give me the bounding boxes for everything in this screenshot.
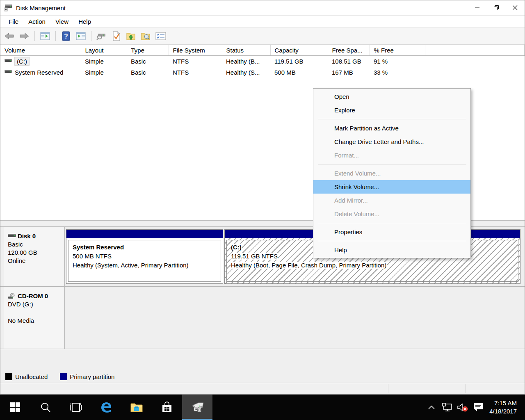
column-header-layout[interactable]: Layout [81,45,127,56]
tray-chevron-button[interactable] [425,395,438,420]
store-button[interactable] [152,395,182,420]
unallocated-swatch [5,373,12,380]
legend-label: Primary partition [70,373,114,380]
context-menu-open[interactable]: Open [313,90,470,103]
help-icon: ? [62,31,70,41]
cell-layout: Simple [81,67,127,78]
primary-partition-swatch [60,373,67,380]
column-header-status[interactable]: Status [222,45,270,56]
check-disk-button[interactable] [110,30,123,42]
volume-icon [5,70,12,75]
volume-name[interactable]: System Reserved [15,69,63,76]
edge-button[interactable] [91,395,121,420]
clock-date: 4/18/2017 [489,407,517,415]
show-console-tree-button[interactable] [39,30,52,42]
cdrom0-row: CD-ROM 0 DVD (G:) No Media [0,287,525,349]
task-view-button[interactable] [61,395,91,420]
partition-health: Healthy (System, Active, Primary Partiti… [72,262,189,269]
folder-search-icon [141,32,151,41]
column-header-capacity[interactable]: Capacity [270,45,328,56]
volume-icon [5,59,12,64]
disk0-status: Online [8,257,60,264]
cell-free-space: 167 MB [328,67,370,78]
restore-icon [494,5,499,11]
minimize-button[interactable] [468,1,487,15]
cell-file-system: NTFS [169,67,222,78]
column-header-pct-free[interactable]: % Free [370,45,425,56]
cdrom0-label-panel[interactable]: CD-ROM 0 DVD (G:) No Media [4,287,65,349]
titlebar: Disk Management [0,0,525,15]
column-header-free-space[interactable]: Free Spa... [328,45,370,56]
context-menu-properties[interactable]: Properties [313,225,470,239]
details-view-button[interactable] [154,30,167,42]
context-menu-change-drive-letter[interactable]: Change Drive Letter and Paths... [313,135,470,148]
menu-help[interactable]: Help [73,16,96,27]
folder-up-icon [126,32,136,41]
edge-icon [100,401,112,413]
column-header-type[interactable]: Type [127,45,169,56]
cell-capacity: 119.51 GB [270,56,328,67]
context-menu-separator [318,164,466,164]
folder-up-button[interactable] [125,30,138,42]
forward-arrow-icon [19,32,29,40]
cell-pct-free: 33 % [370,67,425,78]
check-document-icon [112,31,121,41]
column-header-file-system[interactable]: File System [169,45,222,56]
tray-volume-button[interactable] [456,395,470,420]
clock-time: 7:15 AM [489,399,517,407]
speaker-muted-icon [457,402,468,412]
search-button[interactable] [30,395,61,420]
svg-text:?: ? [64,33,68,40]
column-header-volume[interactable]: Volume [0,45,81,56]
context-menu-mark-partition-active[interactable]: Mark Partition as Active [313,121,470,135]
context-menu-explore[interactable]: Explore [313,103,470,117]
partition-size: 500 MB NTFS [72,253,112,260]
show-action-pane-button[interactable] [74,30,87,42]
restore-button[interactable] [487,1,506,15]
disk-management-taskbar-button[interactable] [182,395,212,420]
start-button[interactable] [0,395,30,420]
cell-capacity: 500 MB [270,67,328,78]
action-center-icon [473,402,484,412]
disk-rescan-icon [96,32,107,40]
tray-network-button[interactable] [440,395,454,420]
cell-pct-free: 91 % [370,56,425,67]
volume-name[interactable]: (C:) [15,57,29,65]
taskbar-clock[interactable]: 7:15 AM 4/18/2017 [487,399,521,415]
desktop-screen: Disk Management File Action View [0,0,525,420]
store-icon [161,402,173,413]
close-button[interactable] [506,1,525,15]
disk0-type: Basic [8,241,60,248]
disk-management-icon [190,401,204,413]
context-menu-shrink-volume[interactable]: Shrink Volume... [313,180,470,194]
menu-action[interactable]: Action [23,16,50,27]
legend: Unallocated Primary partition [0,370,525,383]
disk0-label-panel[interactable]: Disk 0 Basic 120.00 GB Online [4,227,65,286]
menu-view[interactable]: View [50,16,73,27]
cell-layout: Simple [81,56,127,67]
menu-file[interactable]: File [4,16,23,27]
context-menu-separator [318,223,466,223]
forward-button[interactable] [18,30,31,42]
menubar: File Action View Help [0,15,525,27]
toolbar-separator [55,31,56,41]
diskview-empty-space [0,349,525,370]
cell-status: Healthy (B... [222,56,270,67]
volume-row-system-reserved[interactable]: System Reserved Simple Basic NTFS Health… [0,67,525,78]
partition-health: Healthy (Boot, Page File, Crash Dump, Pr… [231,262,387,269]
system-tray: 7:15 AM 4/18/2017 [425,395,525,420]
action-pane-icon [76,32,86,40]
folder-search-button[interactable] [139,30,153,42]
context-menu-help[interactable]: Help [313,243,470,257]
cell-type: Basic [127,56,169,67]
column-header-empty [425,45,525,56]
partition-system-reserved[interactable]: System Reserved 500 MB NTFS Healthy (Sys… [66,229,223,284]
rescan-disks-button[interactable] [95,30,108,42]
file-explorer-icon [130,402,143,413]
volume-row-c[interactable]: (C:) Simple Basic NTFS Healthy (B... 119… [0,56,525,67]
toolbar: ? [0,27,525,45]
action-center-button[interactable] [471,395,485,420]
back-button[interactable] [3,30,16,42]
file-explorer-button[interactable] [121,395,152,420]
help-button[interactable]: ? [59,30,73,42]
